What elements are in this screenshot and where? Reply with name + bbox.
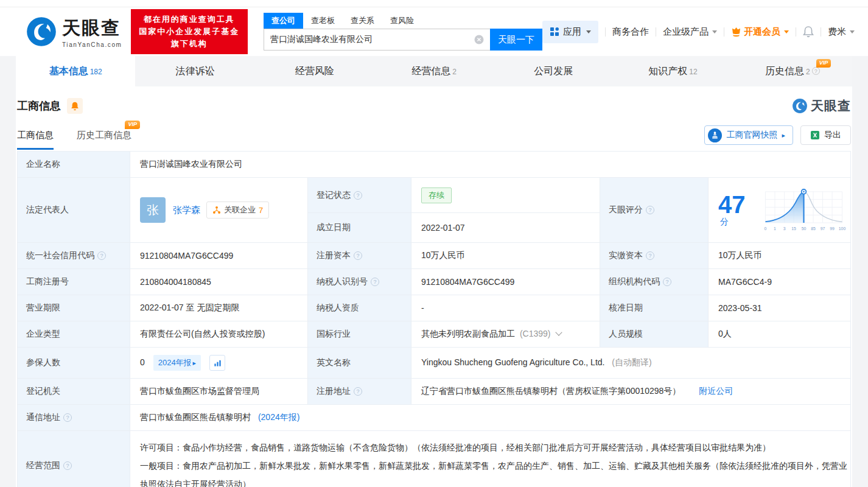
search-tab-relation[interactable]: 查关系 xyxy=(343,13,382,29)
search-tab-risk[interactable]: 查风险 xyxy=(382,13,422,29)
vip-badge: VIP xyxy=(816,59,831,68)
search-input[interactable] xyxy=(264,29,490,51)
top-strip xyxy=(0,0,868,7)
help-icon[interactable] xyxy=(812,67,820,75)
search-button[interactable]: 天眼一下 xyxy=(490,29,542,51)
industry-cell[interactable]: 其他未列明农副食品加工 (C1399) xyxy=(411,321,600,348)
score-value: 47分 xyxy=(718,192,752,228)
subtab-history-business-info[interactable]: 历史工商信息 VIP xyxy=(77,130,131,150)
subtab-business-info[interactable]: 工商信息 xyxy=(17,130,54,150)
business-scope-line1: 许可项目：食品小作坊经营，食品销售，道路货物运输（不含危险货物）（依法须经批准的… xyxy=(140,438,850,457)
table-row: 工商注册号 210804004180845 纳税人识别号 91210804MA7… xyxy=(18,269,851,295)
insured-count: 0 xyxy=(140,357,145,367)
tab-basic-info[interactable]: 基本信息182 xyxy=(16,56,135,86)
org-code-label: 组织机构代码 xyxy=(600,269,709,295)
svg-text:100: 100 xyxy=(839,226,846,231)
username: 费米 xyxy=(828,26,846,38)
search-tab-boss[interactable]: 查老板 xyxy=(303,13,343,29)
score-distribution-chart: 0 1 3 15 50 85 97 99 100 xyxy=(762,185,847,235)
subscribe-bell-button[interactable] xyxy=(67,98,83,114)
chevron-down-icon[interactable] xyxy=(556,329,562,335)
help-icon[interactable] xyxy=(63,461,72,470)
site-header: 天眼查 TianYanCha.com 都在用的商业查询工具 国家中小企业发展子基… xyxy=(0,7,868,56)
help-icon[interactable] xyxy=(663,278,671,286)
establish-date-value: 2022-01-07 xyxy=(411,213,600,243)
help-icon[interactable] xyxy=(371,278,379,286)
tab-history-info[interactable]: 历史信息2 VIP xyxy=(733,56,852,86)
tab-legal-litigation[interactable]: 法律诉讼 xyxy=(135,56,254,86)
nearby-companies-link[interactable]: 附近公司 xyxy=(699,386,733,396)
approval-date-value: 2023-05-31 xyxy=(709,295,851,321)
bar-chart-icon xyxy=(214,359,222,367)
mail-address-cell: 营口市鲅鱼圈区熊岳镇黎明村 (2024年报) xyxy=(130,405,851,431)
official-snapshot-button[interactable]: 工商官网快照 ▸ xyxy=(704,125,793,145)
table-row: 通信地址 营口市鲅鱼圈区熊岳镇黎明村 (2024年报) xyxy=(18,405,851,431)
table-row: 登记机关 营口市鲅鱼圈区市场监督管理局 注册地址 辽宁省营口市鲅鱼圈区熊岳镇黎明… xyxy=(18,379,851,405)
related-companies-badge[interactable]: 关联企业 7 xyxy=(206,201,269,219)
legal-rep-avatar[interactable]: 张 xyxy=(140,197,166,223)
business-cooperation-link[interactable]: 商务合作 xyxy=(612,26,649,38)
reg-capital-label: 注册资本 xyxy=(308,243,411,269)
score-cell: 47分 xyxy=(709,178,851,243)
table-row: 营业期限 2022-01-07 至 无固定期限 纳税人资质 - 核准日期 202… xyxy=(18,295,851,321)
search-block: 查公司 查老板 查关系 查风险 天眼一下 xyxy=(264,13,542,51)
watermark-swirl-icon xyxy=(792,98,808,114)
reg-status-label: 登记状态 xyxy=(308,178,411,213)
help-icon[interactable] xyxy=(354,387,362,396)
industry-label: 国标行业 xyxy=(308,321,411,348)
mail-address-label: 通信地址 xyxy=(18,405,130,431)
tab-intellectual-property[interactable]: 知识产权12 xyxy=(613,56,732,86)
business-scope-line2: 一般项目：食用农产品初加工，新鲜水果批发，新鲜水果零售，新鲜蔬菜批发，新鲜蔬菜零… xyxy=(140,457,850,487)
chevron-down-icon xyxy=(586,30,591,33)
business-info-table: 企业名称 营口澍诚国峰农业有限公司 法定代表人 张 张学森 xyxy=(17,151,851,487)
help-icon[interactable] xyxy=(354,191,362,200)
legal-rep-name-link[interactable]: 张学森 xyxy=(173,205,200,216)
svg-text:1: 1 xyxy=(774,226,776,231)
tab-operation-info[interactable]: 经营信息2 xyxy=(374,56,494,86)
annual-report-link[interactable]: (2024年报) xyxy=(258,412,299,422)
enterprise-products-link[interactable]: 企业级产品 xyxy=(663,26,717,38)
notifications-bell-icon[interactable] xyxy=(803,26,814,38)
excel-icon xyxy=(810,130,820,140)
help-icon[interactable] xyxy=(646,206,654,214)
arrow-right-icon: ▸ xyxy=(193,359,197,367)
annual-report-badge[interactable]: 2024年报▸ xyxy=(153,355,201,371)
table-row: 统一社会信用代码 91210804MA7G6CC499 注册资本 10万人民币 … xyxy=(18,243,851,269)
reg-capital-value: 10万人民币 xyxy=(411,243,600,269)
help-icon[interactable] xyxy=(354,251,362,260)
logo-swirl-icon xyxy=(26,16,57,47)
crown-icon xyxy=(731,27,741,37)
business-scope-cell: 许可项目：食品小作坊经营，食品销售，道路货物运输（不含危险货物）（依法须经批准的… xyxy=(130,431,851,487)
apps-label: 应用 xyxy=(563,26,581,38)
insured-trend-button[interactable] xyxy=(209,355,225,371)
promo-line2: 国家中小企业发展子基金旗下机构 xyxy=(137,26,242,50)
paid-capital-label: 实缴资本 xyxy=(600,243,709,269)
user-menu[interactable]: 费米 xyxy=(828,26,855,38)
svg-text:0: 0 xyxy=(765,226,767,231)
help-icon[interactable] xyxy=(646,251,654,260)
reg-number-label: 工商注册号 xyxy=(18,269,130,295)
business-info-section: 工商信息 天眼查 工商信息 历史工商信息 xyxy=(16,86,852,487)
taxpayer-quality-label: 纳税人资质 xyxy=(308,295,411,321)
svg-text:85: 85 xyxy=(811,226,816,231)
help-icon[interactable] xyxy=(97,251,106,260)
table-row: 经营范围 许可项目：食品小作坊经营，食品销售，道路货物运输（不含危险货物）（依法… xyxy=(18,431,851,487)
export-button[interactable]: 导出 xyxy=(800,125,851,145)
stamp-icon xyxy=(708,128,722,142)
tab-operation-risk[interactable]: 经营风险 xyxy=(255,56,374,86)
staff-size-label: 人员规模 xyxy=(600,321,709,348)
tianyancha-logo[interactable]: 天眼查 TianYanCha.com xyxy=(26,16,122,48)
approval-date-label: 核准日期 xyxy=(600,295,709,321)
reg-authority-label: 登记机关 xyxy=(18,379,130,405)
reg-number-value: 210804004180845 xyxy=(130,269,308,295)
clear-search-icon[interactable] xyxy=(474,35,484,44)
legal-rep-cell: 张 张学森 关联企业 7 xyxy=(130,178,308,243)
org-chart-icon xyxy=(212,206,221,214)
company-name-label: 企业名称 xyxy=(18,152,130,178)
divider xyxy=(656,27,656,37)
help-icon[interactable] xyxy=(63,413,72,422)
tab-company-development[interactable]: 公司发展 xyxy=(494,56,613,86)
apps-menu[interactable]: 应用 xyxy=(542,21,598,43)
open-vip-link[interactable]: 开通会员 xyxy=(731,26,789,38)
search-tab-company[interactable]: 查公司 xyxy=(264,13,303,29)
